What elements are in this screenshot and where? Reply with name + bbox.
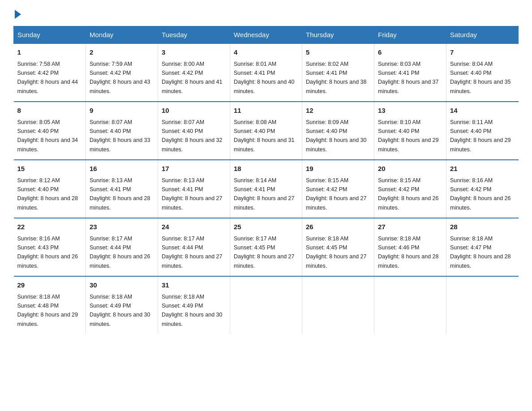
day-cell: 11Sunrise: 8:08 AMSunset: 4:40 PMDayligh… [230,102,302,160]
day-info: Sunrise: 8:13 AMSunset: 4:41 PMDaylight:… [90,177,150,211]
day-info: Sunrise: 8:09 AMSunset: 4:40 PMDaylight:… [306,119,367,153]
day-number: 27 [378,222,442,232]
day-number: 10 [162,106,226,116]
day-info: Sunrise: 8:17 AMSunset: 4:44 PMDaylight:… [162,235,223,269]
day-info: Sunrise: 8:18 AMSunset: 4:49 PMDaylight:… [162,294,223,327]
week-row-2: 8Sunrise: 8:05 AMSunset: 4:40 PMDaylight… [14,102,519,160]
day-cell: 15Sunrise: 8:12 AMSunset: 4:40 PMDayligh… [14,160,86,218]
day-cell: 24Sunrise: 8:17 AMSunset: 4:44 PMDayligh… [158,218,230,276]
day-cell: 9Sunrise: 8:07 AMSunset: 4:40 PMDaylight… [86,102,158,160]
day-number: 8 [17,106,82,116]
day-info: Sunrise: 8:18 AMSunset: 4:48 PMDaylight:… [17,294,78,327]
day-info: Sunrise: 7:58 AMSunset: 4:42 PMDaylight:… [17,61,78,94]
calendar-body: 1Sunrise: 7:58 AMSunset: 4:42 PMDaylight… [14,43,519,334]
header-day-tuesday: Tuesday [158,26,230,44]
day-cell: 3Sunrise: 8:00 AMSunset: 4:42 PMDaylight… [158,43,230,102]
day-info: Sunrise: 7:59 AMSunset: 4:42 PMDaylight:… [90,61,150,94]
day-cell: 28Sunrise: 8:18 AMSunset: 4:47 PMDayligh… [446,218,519,276]
day-number: 11 [234,106,298,116]
day-info: Sunrise: 8:17 AMSunset: 4:45 PMDaylight:… [234,235,295,269]
day-info: Sunrise: 8:18 AMSunset: 4:45 PMDaylight:… [306,235,367,269]
header-day-monday: Monday [86,26,158,44]
day-cell: 4Sunrise: 8:01 AMSunset: 4:41 PMDaylight… [230,43,302,102]
day-number: 24 [162,222,226,232]
day-info: Sunrise: 8:12 AMSunset: 4:40 PMDaylight:… [17,177,78,211]
day-cell: 19Sunrise: 8:15 AMSunset: 4:42 PMDayligh… [302,160,374,218]
day-number: 23 [90,222,154,232]
day-number: 12 [306,106,370,116]
week-row-1: 1Sunrise: 7:58 AMSunset: 4:42 PMDaylight… [14,43,519,102]
header-row: SundayMondayTuesdayWednesdayThursdayFrid… [14,26,519,44]
day-info: Sunrise: 8:03 AMSunset: 4:41 PMDaylight:… [378,61,439,94]
day-info: Sunrise: 8:01 AMSunset: 4:41 PMDaylight:… [234,61,295,94]
day-info: Sunrise: 8:15 AMSunset: 4:42 PMDaylight:… [306,177,367,211]
day-info: Sunrise: 8:18 AMSunset: 4:47 PMDaylight:… [450,235,511,269]
day-number: 19 [306,164,370,174]
day-info: Sunrise: 8:04 AMSunset: 4:40 PMDaylight:… [450,61,511,94]
day-number: 18 [234,164,298,174]
day-info: Sunrise: 8:10 AMSunset: 4:40 PMDaylight:… [378,119,439,153]
calendar-header: SundayMondayTuesdayWednesdayThursdayFrid… [14,26,519,44]
header-day-thursday: Thursday [302,26,374,44]
day-number: 16 [90,164,154,174]
day-cell: 7Sunrise: 8:04 AMSunset: 4:40 PMDaylight… [446,43,519,102]
day-number: 13 [378,106,442,116]
day-cell: 5Sunrise: 8:02 AMSunset: 4:41 PMDaylight… [302,43,374,102]
day-number: 17 [162,164,226,174]
day-number: 26 [306,222,370,232]
day-cell: 2Sunrise: 7:59 AMSunset: 4:42 PMDaylight… [86,43,158,102]
day-number: 14 [450,106,515,116]
day-number: 20 [378,164,442,174]
day-info: Sunrise: 8:18 AMSunset: 4:49 PMDaylight:… [90,294,150,327]
day-number: 30 [90,280,154,291]
header-day-wednesday: Wednesday [230,26,302,44]
day-cell: 8Sunrise: 8:05 AMSunset: 4:40 PMDaylight… [14,102,86,160]
day-number: 28 [450,222,515,232]
day-number: 7 [450,47,515,58]
header-day-sunday: Sunday [14,26,86,44]
header-day-friday: Friday [374,26,446,44]
calendar-table: SundayMondayTuesdayWednesdayThursdayFrid… [13,26,519,334]
day-cell: 13Sunrise: 8:10 AMSunset: 4:40 PMDayligh… [374,102,446,160]
day-cell: 26Sunrise: 8:18 AMSunset: 4:45 PMDayligh… [302,218,374,276]
day-cell: 20Sunrise: 8:15 AMSunset: 4:42 PMDayligh… [374,160,446,218]
day-cell: 18Sunrise: 8:14 AMSunset: 4:41 PMDayligh… [230,160,302,218]
day-number: 5 [306,47,370,58]
day-number: 1 [17,47,82,58]
day-number: 22 [17,222,82,232]
day-info: Sunrise: 8:16 AMSunset: 4:43 PMDaylight:… [17,235,78,269]
day-number: 25 [234,222,298,232]
day-info: Sunrise: 8:15 AMSunset: 4:42 PMDaylight:… [378,177,439,211]
day-info: Sunrise: 8:13 AMSunset: 4:41 PMDaylight:… [162,177,223,211]
day-info: Sunrise: 8:11 AMSunset: 4:40 PMDaylight:… [450,119,511,153]
day-info: Sunrise: 8:05 AMSunset: 4:40 PMDaylight:… [17,119,78,153]
day-cell [374,276,446,334]
day-number: 29 [17,280,82,291]
logo-triangle-icon [15,10,21,19]
day-cell [446,276,519,334]
day-info: Sunrise: 8:16 AMSunset: 4:42 PMDaylight:… [450,177,511,211]
page-header [13,9,519,17]
day-cell: 25Sunrise: 8:17 AMSunset: 4:45 PMDayligh… [230,218,302,276]
day-cell: 30Sunrise: 8:18 AMSunset: 4:49 PMDayligh… [86,276,158,334]
day-number: 9 [90,106,154,116]
day-cell: 16Sunrise: 8:13 AMSunset: 4:41 PMDayligh… [86,160,158,218]
day-number: 31 [162,280,226,291]
day-cell [230,276,302,334]
day-cell: 14Sunrise: 8:11 AMSunset: 4:40 PMDayligh… [446,102,519,160]
day-number: 15 [17,164,82,174]
day-cell: 12Sunrise: 8:09 AMSunset: 4:40 PMDayligh… [302,102,374,160]
day-info: Sunrise: 8:02 AMSunset: 4:41 PMDaylight:… [306,61,367,94]
week-row-5: 29Sunrise: 8:18 AMSunset: 4:48 PMDayligh… [14,276,519,334]
day-cell: 17Sunrise: 8:13 AMSunset: 4:41 PMDayligh… [158,160,230,218]
day-cell: 22Sunrise: 8:16 AMSunset: 4:43 PMDayligh… [14,218,86,276]
day-number: 4 [234,47,298,58]
logo [13,9,21,17]
day-cell: 6Sunrise: 8:03 AMSunset: 4:41 PMDaylight… [374,43,446,102]
day-cell: 21Sunrise: 8:16 AMSunset: 4:42 PMDayligh… [446,160,519,218]
day-info: Sunrise: 8:14 AMSunset: 4:41 PMDaylight:… [234,177,295,211]
day-number: 2 [90,47,154,58]
day-cell: 31Sunrise: 8:18 AMSunset: 4:49 PMDayligh… [158,276,230,334]
day-number: 21 [450,164,515,174]
day-info: Sunrise: 8:07 AMSunset: 4:40 PMDaylight:… [162,119,223,153]
